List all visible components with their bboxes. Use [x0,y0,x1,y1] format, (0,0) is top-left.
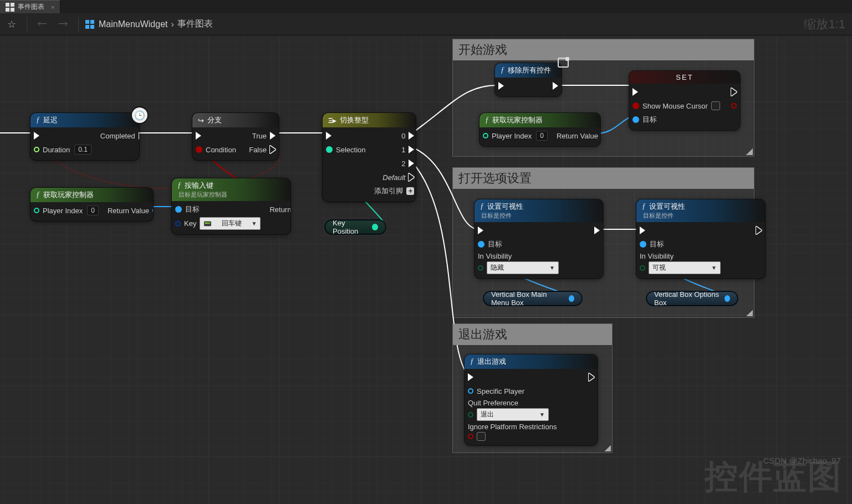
value-out-pin[interactable] [731,100,737,112]
selection-pin[interactable]: Selection [326,143,365,156]
nav-back-icon[interactable]: 🡐 [34,16,50,33]
quit-preference-dropdown[interactable]: 退出▼ [477,408,549,421]
node-header[interactable]: ƒ 按输入键 目标是玩家控制器 [172,178,290,201]
add-pin-button[interactable]: 添加引脚+ [374,185,414,197]
out-1-pin[interactable]: 1 [374,143,414,156]
show-mouse-cursor-pin[interactable]: Show Mouse Cursor [632,100,720,112]
ignore-restrictions-pin[interactable]: Ignore Platform Restrictions [468,423,557,441]
return-value-pin[interactable]: Return Value [557,130,600,142]
breadcrumb-widget[interactable]: MainMenuWidget [99,19,168,29]
node-switch-int[interactable]: Ξ▸ 切换整型 Selection 0 1 2 Default 添加引脚+ [323,113,416,202]
node-get-player-controller-1[interactable]: ƒ 获取玩家控制器 Player Index 0 Return Value [30,188,153,221]
node-delay[interactable]: ƒ 延迟 Duration 0.1 Completed [30,113,139,160]
visibility-dropdown[interactable]: 隐藏▼ [487,261,559,274]
target-pin[interactable]: 目标 [478,238,559,250]
comment-title[interactable]: 开始游戏 [453,39,754,60]
key-dropdown[interactable]: 📟 回车键▼ [200,217,261,230]
duration-input[interactable]: 0.1 [74,145,91,155]
node-set-visibility-2[interactable]: ƒ设置可视性 目标是控件 目标 In Visibility 可视▼ [636,199,765,279]
node-header[interactable]: ƒ设置可视性 目标是控件 [475,199,603,222]
variable-vertical-box-main-menu[interactable]: Vertical Box Main Menu Box [483,291,582,306]
graph-icon [6,3,14,12]
comment-title[interactable]: 退出游戏 [453,324,612,345]
node-quit-game[interactable]: ƒ 退出游戏 Specific Player Quit Preference 退… [465,354,598,445]
false-pin[interactable]: False [249,143,276,156]
show-cursor-checkbox[interactable] [711,101,720,110]
out-2-pin[interactable]: 2 [374,157,414,169]
node-header[interactable]: ↪ 分支 [192,113,279,127]
output-pin[interactable] [725,295,730,302]
breadcrumb: MainMenuWidget › 事件图表 [99,18,213,30]
node-key-input[interactable]: ƒ 按输入键 目标是玩家控制器 目标 Key 📟 回车键▼ Return Val… [172,178,290,234]
player-index-input[interactable]: 0 [87,205,99,215]
node-header[interactable]: ƒ 移除所有控件 [495,63,562,78]
exec-in-pin[interactable] [632,86,720,98]
exec-out-pin[interactable] [553,80,558,92]
key-pin[interactable]: Key 📟 回车键▼ [175,217,261,230]
exec-in-pin[interactable] [326,130,365,142]
favorite-star-icon[interactable]: ☆ [3,16,20,33]
return-value-pin[interactable]: Return Value [269,203,290,215]
node-remove-all-widgets[interactable]: ƒ 移除所有控件 [495,63,562,96]
exec-in-pin[interactable] [196,130,236,142]
exec-in-pin[interactable] [34,130,91,142]
variable-key-position[interactable]: Key Position [325,220,386,234]
node-header[interactable]: ƒ设置可视性 目标是控件 [636,199,765,222]
variable-vertical-box-options[interactable]: Vertical Box Options Box [646,291,738,306]
ignore-restrictions-checkbox[interactable] [477,432,486,441]
node-header[interactable]: SET [629,71,740,84]
node-header[interactable]: ƒ 获取玩家控制器 [30,188,153,202]
node-header[interactable]: ƒ 退出游戏 [465,354,598,369]
exec-in-pin[interactable] [498,80,504,92]
out-0-pin[interactable]: 0 [374,130,414,142]
true-pin[interactable]: True [249,130,276,142]
node-set-visibility-1[interactable]: ƒ设置可视性 目标是控件 目标 In Visibility 隐藏▼ [475,199,603,279]
in-visibility-pin[interactable]: In Visibility 隐藏▼ [478,252,559,274]
duration-pin[interactable]: Duration 0.1 [34,143,91,156]
nav-forward-icon[interactable]: 🡒 [55,16,72,33]
tab-event-graph[interactable]: 事件图表 × [0,0,60,13]
completed-pin[interactable]: Completed [100,130,139,142]
exec-out-pin[interactable] [731,86,737,98]
player-index-pin[interactable]: Player Index 0 [34,204,99,217]
node-subtitle: 目标是玩家控制器 [178,191,227,199]
node-set-show-mouse-cursor[interactable]: SET Show Mouse Cursor 目标 [629,71,740,130]
resize-handle-icon[interactable] [745,308,754,317]
node-branch[interactable]: ↪ 分支 Condition True False [192,113,279,160]
in-visibility-pin[interactable]: In Visibility 可视▼ [640,252,721,274]
visibility-dropdown[interactable]: 可视▼ [649,261,721,274]
node-header[interactable]: ƒ 获取玩家控制器 [479,113,600,127]
node-header[interactable]: ƒ 延迟 [30,113,139,127]
player-index-input[interactable]: 0 [536,131,548,141]
output-pin[interactable] [372,224,378,230]
node-get-player-controller-2[interactable]: ƒ 获取玩家控制器 Player Index 0 Return Value [479,113,600,146]
close-icon[interactable]: × [48,4,54,11]
output-pin[interactable] [569,295,574,302]
node-header[interactable]: Ξ▸ 切换整型 [323,113,416,127]
divider [27,17,27,32]
target-pin[interactable]: 目标 [640,238,721,250]
target-pin[interactable]: 目标 [632,114,720,126]
resize-handle-icon[interactable] [745,147,754,156]
chevron-right-icon: › [171,19,174,29]
exec-in-pin[interactable] [640,224,721,236]
specific-player-pin[interactable]: Specific Player [468,385,557,397]
resize-handle-icon[interactable] [603,444,612,452]
default-pin[interactable]: Default [374,171,414,183]
exec-out-pin[interactable] [589,371,594,383]
exec-out-pin[interactable] [756,224,762,236]
return-value-pin[interactable]: Return Value [108,204,153,217]
comment-title[interactable]: 打开选项设置 [453,168,754,189]
target-pin[interactable]: 目标 [175,203,261,215]
widget-badge-icon [558,58,569,68]
player-index-pin[interactable]: Player Index 0 [483,130,548,142]
exec-in-pin[interactable] [478,224,559,236]
chevron-down-icon: ▼ [711,265,717,271]
exec-in-pin[interactable] [468,371,557,383]
exec-out-pin[interactable] [594,224,600,236]
quit-preference-pin[interactable]: Quit Preference 退出▼ [468,399,557,421]
breadcrumb-graph[interactable]: 事件图表 [177,18,213,30]
function-icon: ƒ [470,357,474,366]
graph-canvas[interactable]: 开始游戏 打开选项设置 退出游戏 ƒ 延迟 Duration 0.1 [0,35,852,504]
condition-pin[interactable]: Condition [196,143,236,156]
